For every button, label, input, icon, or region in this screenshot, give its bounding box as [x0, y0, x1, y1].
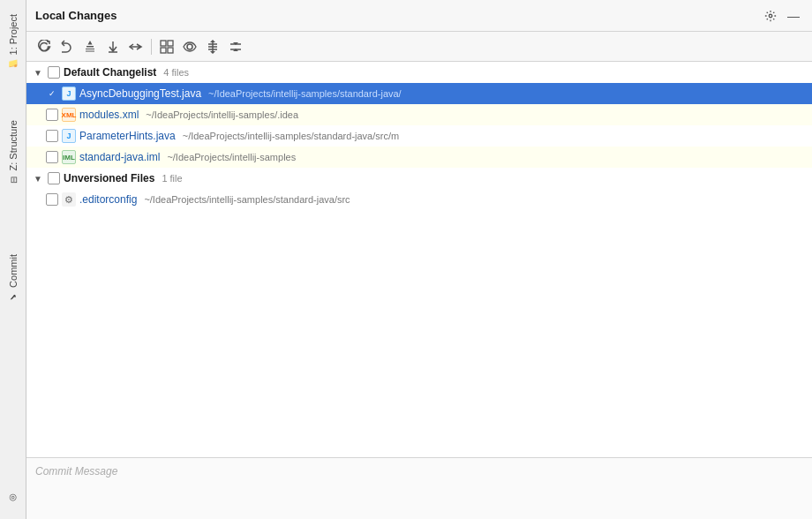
- settings-icon: [764, 9, 777, 23]
- file-row-parameterhints[interactable]: J ParameterHints.java ~/IdeaProjects/int…: [26, 125, 812, 147]
- commit-icon: ✔: [7, 291, 19, 304]
- toolbar-sep-1: [151, 39, 152, 55]
- file-modules-path: ~/IdeaProjects/intellij-samples/.idea: [146, 109, 298, 120]
- file-row-editorconfig[interactable]: ⚙ .editorconfig ~/IdeaProjects/intellij-…: [26, 189, 812, 210]
- file-tree: Default Changelist 4 files J AsyncDebugg…: [26, 62, 812, 457]
- changelist-unversioned-checkbox[interactable]: [48, 172, 60, 184]
- file-modules-checkbox[interactable]: [46, 109, 58, 121]
- file-parameterhints-icon: J: [62, 129, 76, 143]
- file-iml-name: standard-java.iml: [79, 151, 160, 163]
- changelist-unversioned-label: Unversioned Files: [64, 172, 154, 184]
- panel-title: Local Changes: [35, 9, 117, 22]
- revert-icon: [60, 40, 74, 54]
- toolbar: [26, 32, 812, 62]
- minimize-icon: —: [787, 9, 800, 23]
- file-iml-icon: IML: [62, 150, 76, 164]
- changelist-default-label: Default Changelist: [64, 66, 156, 79]
- sidebar-tab-structure-label: Z: Structure: [8, 120, 19, 170]
- file-asyncdebugging-name: AsyncDebuggingTest.java: [79, 87, 201, 100]
- update-button[interactable]: [102, 36, 124, 57]
- file-asyncdebugging-checkbox[interactable]: [46, 87, 58, 100]
- changelist-unversioned-count: 1 file: [162, 173, 182, 184]
- file-row-modules-xml[interactable]: XML modules.xml ~/IdeaProjects/intellij-…: [26, 104, 812, 125]
- file-modules-name: modules.xml: [79, 109, 139, 121]
- changelist-default-count: 4 files: [163, 67, 189, 78]
- file-asyncdebugging-icon: J: [62, 86, 76, 101]
- view-button[interactable]: [179, 36, 200, 57]
- bottom-icon: ◎: [7, 493, 19, 505]
- move-button[interactable]: [125, 36, 147, 57]
- sidebar-tab-structure[interactable]: ⊟ Z: Structure: [4, 113, 23, 193]
- file-parameterhints-checkbox[interactable]: [46, 130, 58, 142]
- svg-point-5: [187, 44, 192, 49]
- collapse-all-button[interactable]: [225, 36, 246, 57]
- changelist-default-header[interactable]: Default Changelist 4 files: [26, 62, 812, 83]
- project-icon: 📁: [7, 58, 19, 71]
- shelve-button[interactable]: [79, 36, 101, 57]
- expand-unversioned-arrow[interactable]: [32, 172, 44, 184]
- svg-rect-2: [168, 41, 173, 46]
- sidebar-tab-bottom[interactable]: ◎: [4, 485, 23, 512]
- file-editorconfig-name: .editorconfig: [79, 193, 137, 206]
- file-parameterhints-path: ~/IdeaProjects/intellij-samples/standard…: [183, 131, 399, 141]
- file-modules-icon: XML: [62, 108, 76, 122]
- group-icon: [160, 40, 174, 54]
- main-panel: Local Changes —: [26, 0, 812, 519]
- update-icon: [106, 40, 120, 54]
- revert-button[interactable]: [56, 36, 78, 57]
- refresh-icon: [37, 40, 51, 54]
- minimize-button[interactable]: —: [784, 6, 803, 26]
- svg-rect-4: [168, 48, 173, 53]
- sidebar-tabs: 📁 1: Project ⊟ Z: Structure ✔ Commit ◎: [0, 0, 26, 519]
- file-parameterhints-name: ParameterHints.java: [79, 130, 176, 142]
- shelve-icon: [83, 40, 97, 54]
- file-iml-checkbox[interactable]: [46, 151, 58, 163]
- file-editorconfig-checkbox[interactable]: [46, 193, 58, 206]
- sidebar-tab-project[interactable]: 📁 1: Project: [4, 7, 23, 78]
- refresh-button[interactable]: [34, 36, 55, 57]
- expand-all-button[interactable]: [202, 36, 223, 57]
- settings-button[interactable]: [761, 6, 780, 26]
- view-icon: [183, 40, 197, 54]
- expand-default-arrow[interactable]: [32, 66, 44, 79]
- expand-all-icon: [206, 40, 220, 54]
- svg-rect-3: [161, 48, 166, 53]
- svg-rect-1: [161, 41, 166, 46]
- sidebar-tab-project-label: 1: Project: [8, 14, 19, 55]
- title-actions: —: [761, 6, 803, 26]
- svg-point-0: [769, 14, 772, 18]
- title-bar: Local Changes —: [26, 0, 812, 32]
- changelist-unversioned-header[interactable]: Unversioned Files 1 file: [26, 168, 812, 189]
- sidebar-tab-commit-label: Commit: [8, 254, 19, 288]
- file-iml-path: ~/IdeaProjects/intellij-samples: [167, 152, 296, 162]
- structure-icon: ⊟: [7, 175, 19, 187]
- commit-message-placeholder: Commit Message: [35, 465, 117, 478]
- sidebar-tab-commit[interactable]: ✔ Commit: [4, 247, 23, 311]
- file-row-asyncdebugging[interactable]: J AsyncDebuggingTest.java ~/IdeaProjects…: [26, 83, 812, 104]
- changelist-default-checkbox[interactable]: [48, 66, 60, 79]
- file-editorconfig-path: ~/IdeaProjects/intellij-samples/standard…: [144, 194, 350, 205]
- collapse-all-icon: [229, 40, 243, 54]
- move-icon: [129, 40, 143, 54]
- file-editorconfig-icon: ⚙: [62, 192, 76, 207]
- commit-message-area[interactable]: Commit Message: [26, 457, 812, 519]
- file-asyncdebugging-path: ~/IdeaProjects/intellij-samples/standard…: [208, 88, 402, 99]
- file-row-standard-iml[interactable]: IML standard-java.iml ~/IdeaProjects/int…: [26, 147, 812, 168]
- group-button[interactable]: [156, 36, 177, 57]
